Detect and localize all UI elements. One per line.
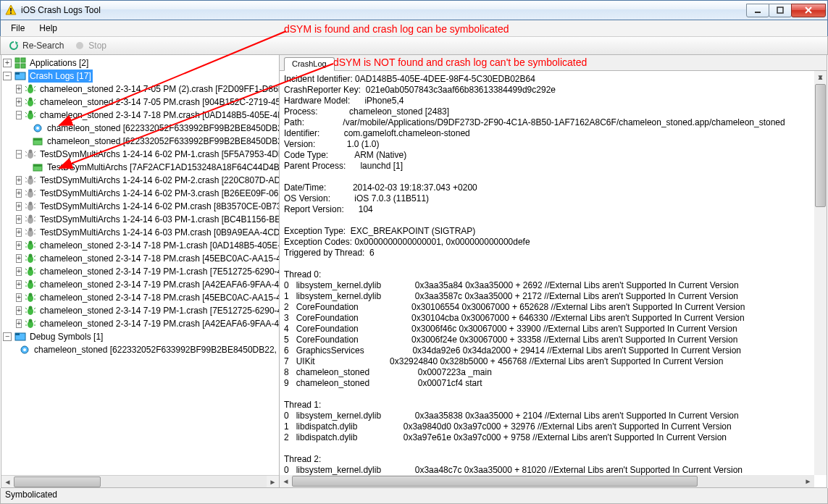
tree-log-item[interactable]: +TestDSymMultiArchs 1-24-14 6-02 PM.cras… [3,200,279,213]
tree-node-icon [25,292,36,303]
tree-node-icon [25,253,36,264]
status-bar: Symbolicated [0,488,828,504]
svg-point-34 [36,127,39,130]
tree-node-label: chameleon_stoned 2-3-14 7-18 PM.crash [4… [38,252,279,265]
tree-root-applications[interactable]: +Applications [2] [3,56,279,70]
expander-icon[interactable]: + [16,215,22,224]
svg-point-28 [29,111,33,114]
expander-icon[interactable]: + [16,267,22,276]
tree-log-item[interactable]: +TestDSymMultiArchs 1-24-14 6-03 PM.cras… [3,226,279,239]
svg-line-30 [34,112,35,114]
window-close-button[interactable] [791,4,826,17]
expander-icon[interactable]: − [16,111,22,119]
toolbar-research-button[interactable]: Re-Search [4,38,68,53]
expander-icon[interactable]: − [16,150,22,159]
tree-node-label: chameleon_stoned 2-3-14 7-19 PM-1.crash … [38,265,279,278]
svg-rect-9 [15,58,20,62]
tree-log-item[interactable]: −chameleon_stoned 2-3-14 7-18 PM.crash [… [3,109,279,122]
tree-node-icon [25,83,36,95]
tree-root-crashlogs[interactable]: −Crash Logs [17] [3,70,279,83]
tree-log-item[interactable]: +chameleon_stoned 2-3-14 7-19 PM.crash [… [3,317,279,330]
tree-log-child[interactable]: chameleon_stoned [622332052F633992BF99B2… [3,122,279,135]
tree-log-item[interactable]: +TestDSymMultiArchs 1-24-14 6-02 PM-3.cr… [3,187,279,200]
tree-log-item[interactable]: +chameleon_stoned 2-3-14 7-19 PM-1.crash… [3,265,279,278]
svg-line-107 [25,308,27,309]
tree-log-item[interactable]: −TestDSymMultiArchs 1-24-14 6-02 PM-1.cr… [3,148,279,161]
tree-log-item[interactable]: +chameleon_stoned 2-3-14 7-18 PM.crash [… [3,291,279,304]
tree-node-icon [14,57,26,69]
crashlog-text[interactable]: Incident Identifier: 0AD148B5-405E-4DEE-… [280,71,827,487]
crashlog-horizontal-scrollbar[interactable]: ◄ ► [280,475,814,487]
expander-icon[interactable]: + [16,189,22,198]
tree-log-item[interactable]: +chameleon_stoned 2-3-14 7-18 PM.crash [… [3,252,279,265]
svg-line-77 [25,243,27,244]
tree-node-label: TestDSymMultiArchs 1-24-14 6-02 PM-3.cra… [38,187,279,200]
tree-node-label: TestDSymMultiArchs 1-24-14 6-02 PM-1.cra… [38,148,279,161]
tree-root-debug[interactable]: −Debug Symbols [1] [3,330,279,343]
svg-point-38 [29,150,33,154]
expander-icon[interactable]: + [16,293,22,302]
expander-icon[interactable]: + [16,228,22,237]
expander-icon[interactable]: + [16,85,22,93]
tree-node-label: chameleon_stoned 2-3-14 7-18 PM.crash [0… [38,109,279,122]
expander-icon[interactable]: + [16,306,22,315]
tree-node-icon [25,279,36,290]
svg-line-48 [34,177,35,179]
tree-log-item[interactable]: +chameleon_stoned 2-3-14 7-05 PM (2).cra… [3,83,279,96]
svg-point-120 [23,348,26,351]
svg-line-72 [34,230,35,231]
svg-line-102 [34,295,35,296]
tab-crashlog[interactable]: CrashLog [284,57,335,71]
tree-node-label: chameleon_stoned 2-3-14 7-19 PM.crash [A… [38,317,279,330]
svg-line-39 [25,151,27,153]
menu-file[interactable]: File [4,22,32,35]
tree-log-item[interactable]: +chameleon_stoned 2-3-14 7-19 PM.crash [… [3,278,279,291]
tree-log-child[interactable]: TestDSymMultiArchs [7AF2ACF1AD153248A18F… [3,161,279,174]
tree-node-icon [14,331,26,343]
svg-line-5 [806,7,811,13]
expander-icon[interactable]: + [16,176,22,185]
tree-debug-child[interactable]: chameleon_stoned [622332052F633992BF99B2… [3,343,279,356]
tree-node-label: TestDSymMultiArchs [7AF2ACF1AD153248A18F… [46,161,279,174]
svg-point-46 [29,176,33,180]
window-minimize-button[interactable] [746,4,769,17]
expander-icon[interactable]: + [16,202,22,211]
expander-icon[interactable]: + [3,59,12,67]
tree-log-child[interactable]: chameleon_stoned [622332052F633992BF99B2… [3,135,279,148]
tree-log-item[interactable]: +chameleon_stoned 2-3-14 7-19 PM-1.crash… [3,304,279,317]
tree-log-item[interactable]: +chameleon_stoned 2-3-14 7-18 PM-1.crash… [3,239,279,252]
tree-horizontal-scrollbar[interactable]: ◄ ► [1,475,279,487]
tree-node-icon [25,227,36,238]
tree-node-label: Applications [2] [28,56,90,70]
expander-icon[interactable]: − [3,332,12,341]
expander-icon[interactable]: + [16,241,22,250]
tree-pane: +Applications [2]−Crash Logs [17]+chamel… [1,55,280,487]
tree-node-icon [25,240,36,251]
tree-log-item[interactable]: +TestDSymMultiArchs 1-24-14 6-03 PM-1.cr… [3,213,279,226]
tree-node-icon [25,214,36,225]
tree-log-item[interactable]: +TestDSymMultiArchs 1-24-14 6-02 PM-2.cr… [3,174,279,187]
crashlog-vertical-scrollbar[interactable]: ▲ ▼ [814,71,827,475]
tree-node-icon [25,266,36,277]
svg-point-52 [29,189,33,193]
expander-icon[interactable]: + [16,254,22,263]
expander-icon[interactable]: + [16,98,22,106]
menu-help[interactable]: Help [32,22,64,35]
tree-node-icon [19,344,30,356]
svg-line-60 [34,203,35,205]
expander-icon[interactable]: − [3,72,12,80]
expander-icon[interactable]: + [16,280,22,289]
toolbar-stop-button[interactable]: Stop [70,38,111,53]
svg-line-17 [25,86,27,88]
tree-node-label: Crash Logs [17] [28,70,93,83]
svg-line-96 [34,282,35,283]
tree-node-label: chameleon_stoned 2-3-14 7-05 PM (2).cras… [38,83,279,96]
svg-line-65 [25,217,27,218]
expander-icon[interactable]: + [16,319,22,328]
tree-node-label: chameleon_stoned [622332052F633992BF99B2… [33,343,279,356]
crash-tree[interactable]: +Applications [2]−Crash Logs [17]+chamel… [1,55,279,358]
tree-node-icon [25,305,36,316]
svg-point-8 [76,42,83,49]
window-maximize-button[interactable] [769,4,792,17]
tree-log-item[interactable]: +chameleon_stoned 2-3-14 7-05 PM.crash [… [3,96,279,109]
